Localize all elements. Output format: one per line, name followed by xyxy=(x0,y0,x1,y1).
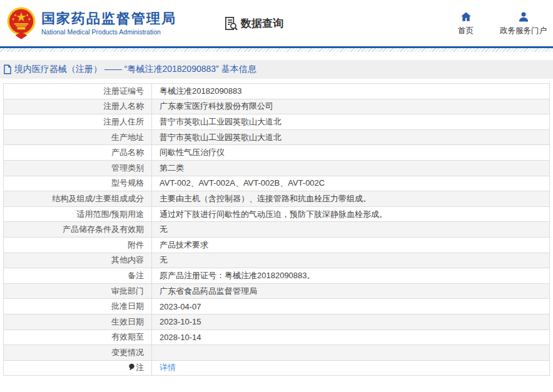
table-row: 注册人住所普宁市英歌山工业园英歌山大道北 xyxy=(4,114,550,130)
row-label: 其他内容 xyxy=(4,253,152,268)
table-row: 产品储存条件及有效期无 xyxy=(4,222,550,238)
table-row: 适用范围/预期用途通过对下肢进行间歇性的气动压迫，预防下肢深静脉血栓形成。 xyxy=(4,206,550,222)
row-label: 结构及组成/主要组成成分 xyxy=(4,191,152,207)
row-label: 注册证编号 xyxy=(4,84,152,99)
row-label: 有效期至 xyxy=(4,329,152,345)
table-row: 生产地址普宁市英歌山工业园英歌山大道北 xyxy=(4,129,550,145)
row-label: 批准日期 xyxy=(4,299,152,314)
user-icon xyxy=(517,11,530,23)
row-label: 型号规格 xyxy=(4,176,152,191)
site-subtitle: National Medical Products Administration xyxy=(41,28,176,36)
row-value: 无 xyxy=(152,222,550,238)
row-value: 2028-10-14 xyxy=(152,329,550,345)
home-link-label: 首页 xyxy=(458,26,474,36)
row-value: 普宁市英歌山工业园英歌山大道北 xyxy=(152,114,550,130)
row-label: 注册人名称 xyxy=(4,99,152,114)
site-header: 国家药品监督管理局 National Medical Products Admi… xyxy=(0,0,553,46)
row-label: 适用范围/预期用途 xyxy=(4,206,152,222)
row-label: 产品名称 xyxy=(4,145,152,161)
breadcrumb: 境内医疗器械（注册） —— “粤械注准20182090883” 基本信息 xyxy=(0,60,553,79)
row-value: 粤械注准20182090883 xyxy=(152,84,550,99)
china-national-emblem-icon xyxy=(5,6,38,41)
row-value: 间歇性气压治疗仪 xyxy=(152,145,550,161)
site-title: 国家药品监督管理局 xyxy=(41,11,176,26)
logo-text: 国家药品监督管理局 National Medical Products Admi… xyxy=(41,11,176,35)
home-icon xyxy=(460,11,472,23)
gov-portal-label: 政务服务门户 xyxy=(500,26,547,36)
row-value: AVT-002、AVT-002A、AVT-002B、AVT-002C xyxy=(152,176,550,191)
table-row: 管理类别第二类 xyxy=(4,160,550,176)
table-row: 审批部门广东省食品药品监督管理局 xyxy=(4,283,550,299)
row-value: 无 xyxy=(152,253,550,268)
pin-icon xyxy=(128,363,135,371)
table-row: 注册人名称广东泰宝医疗科技股份有限公司 xyxy=(4,99,550,114)
home-link[interactable]: 首页 xyxy=(458,11,474,36)
row-value: 广东泰宝医疗科技股份有限公司 xyxy=(152,99,550,114)
row-label: 生效日期 xyxy=(4,314,152,329)
row-label: 产品储存条件及有效期 xyxy=(4,222,152,238)
row-value: 详情 xyxy=(152,360,550,376)
table-row: 附件产品技术要求 xyxy=(4,237,550,253)
row-label: 注 xyxy=(4,360,152,376)
document-search-icon xyxy=(223,16,239,31)
row-label: 生产地址 xyxy=(4,129,152,145)
row-value: 通过对下肢进行间歇性的气动压迫，预防下肢深静脉血栓形成。 xyxy=(152,206,550,222)
row-value: 2023-10-15 xyxy=(152,314,550,329)
table-row: 生效日期2023-10-15 xyxy=(4,314,550,329)
table-row: 其他内容无 xyxy=(4,253,550,268)
table-row: 批准日期2023-04-07 xyxy=(4,299,550,314)
row-value: 第二类 xyxy=(152,160,550,176)
header-divider-hatch xyxy=(0,48,553,52)
row-value: 主要由主机（含控制器）、连接管路和抗血栓压力带组成。 xyxy=(152,191,550,207)
row-value: 原产品注册证号：粤械注准20182090883。 xyxy=(152,268,550,284)
info-table-body: 注册证编号粤械注准20182090883注册人名称广东泰宝医疗科技股份有限公司注… xyxy=(4,84,550,376)
data-query-nav[interactable]: 数据查询 xyxy=(223,16,283,31)
row-value xyxy=(152,345,550,361)
row-value: 2023-04-07 xyxy=(152,299,550,314)
table-row: 注册证编号粤械注准20182090883 xyxy=(4,84,550,99)
row-value: 广东省食品药品监督管理局 xyxy=(152,283,550,299)
info-table: 注册证编号粤械注准20182090883注册人名称广东泰宝医疗科技股份有限公司注… xyxy=(3,83,550,376)
document-icon xyxy=(3,64,12,74)
table-row: 产品名称间歇性气压治疗仪 xyxy=(4,145,550,161)
breadcrumb-wrap: 境内医疗器械（注册） —— “粤械注准20182090883” 基本信息 xyxy=(0,60,553,79)
page-title: 境内医疗器械（注册） —— “粤械注准20182090883” 基本信息 xyxy=(14,64,256,75)
row-label: 审批部门 xyxy=(4,283,152,299)
row-label: 附件 xyxy=(4,237,152,253)
table-row: 结构及组成/主要组成成分主要由主机（含控制器）、连接管路和抗血栓压力带组成。 xyxy=(4,191,550,207)
table-row: 注详情 xyxy=(4,360,550,376)
row-value: 产品技术要求 xyxy=(152,237,550,253)
row-value: 普宁市英歌山工业园英歌山大道北 xyxy=(152,129,550,145)
row-label: 注册人住所 xyxy=(4,114,152,130)
row-label: 变更情况 xyxy=(4,345,152,361)
row-label: 备注 xyxy=(4,268,152,284)
table-row: 有效期至2028-10-14 xyxy=(4,329,550,345)
table-row: 变更情况 xyxy=(4,345,550,361)
detail-link[interactable]: 详情 xyxy=(160,363,176,372)
data-query-label: 数据查询 xyxy=(241,16,283,31)
row-label: 管理类别 xyxy=(4,160,152,176)
gov-portal-link[interactable]: 政务服务门户 xyxy=(500,11,547,36)
table-row: 备注原产品注册证号：粤械注准20182090883。 xyxy=(4,268,550,284)
info-table-wrap: 注册证编号粤械注准20182090883注册人名称广东泰宝医疗科技股份有限公司注… xyxy=(3,83,550,376)
table-row: 型号规格AVT-002、AVT-002A、AVT-002B、AVT-002C xyxy=(4,176,550,191)
